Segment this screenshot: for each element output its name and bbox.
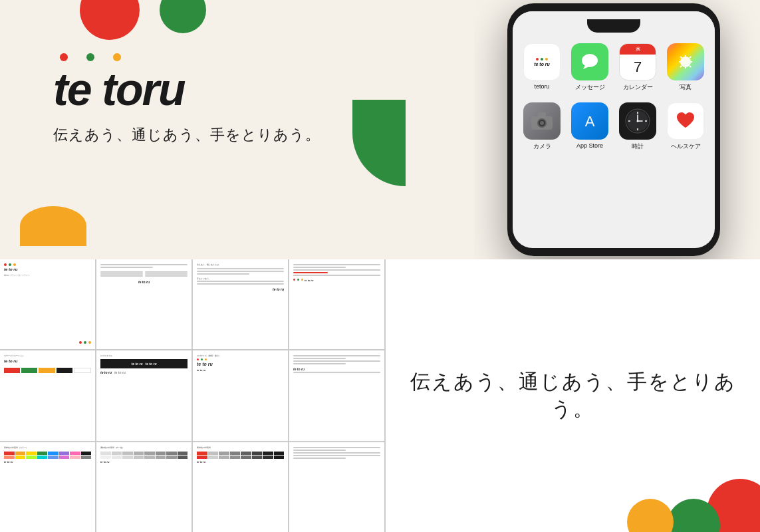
deco-circle-red-top <box>80 0 140 40</box>
logo-text: te toru <box>53 66 320 112</box>
app-calendar: 水 7 カレンダー <box>616 43 659 92</box>
doc-logo-1: te to ru <box>4 267 91 271</box>
app-photos-label: 写真 <box>680 83 692 92</box>
doc-cell-12-inner <box>289 442 384 532</box>
deco-green-curve <box>352 100 406 186</box>
doc-cell-11-inner: 素材色の対照表 <box>193 442 288 532</box>
bottom-section: te to ru tetoru ブランドガイドライン <box>0 259 760 532</box>
doc-dot-r <box>4 263 7 266</box>
logo-dots <box>60 53 320 61</box>
doc-cell-9-inner: 素材色の対照表（カラー） <box>0 442 95 532</box>
app-clock-label: 時計 <box>632 142 644 151</box>
doc-cell-10-inner: 素材色の対照表（白一色） <box>96 442 191 532</box>
app-calendar-icon: 水 7 <box>619 43 656 80</box>
right-tagline-area: 伝えあう、通じあう、手をとりあう。 <box>386 259 760 532</box>
swatch-row-1 <box>4 368 91 373</box>
phone-body: te to ru tetoru メッセージ <box>507 3 720 256</box>
svg-text:A: A <box>585 113 595 130</box>
top-section: te toru 伝えあう、通じあう、手をとりあう。 <box>0 0 760 259</box>
doc-cell-1: te to ru tetoru ブランドガイドライン <box>0 259 95 349</box>
color-grid-11 <box>197 452 284 459</box>
logo-ru: ru <box>142 64 185 114</box>
app-messages-icon <box>571 43 608 80</box>
app-calendar-label: カレンダー <box>623 83 653 92</box>
app-messages-label: メッセージ <box>575 83 605 92</box>
doc-cell-7-inner: ロゴサイズ（推奨・最小） te to ru te to ru <box>193 350 288 440</box>
logo-to: to <box>102 64 142 114</box>
app-appstore-icon: A <box>571 102 608 140</box>
phone-screen: te to ru tetoru メッセージ <box>513 11 715 248</box>
color-grid-10 <box>100 452 188 459</box>
doc-dots-1b <box>79 341 91 344</box>
tagline-top: 伝えあう、通じあう、手をとりあう。 <box>53 125 320 145</box>
app-photos-icon <box>667 43 704 80</box>
doc-cell-2: te to ru <box>96 259 191 349</box>
doc-cell-4-inner: te to ru <box>289 259 384 349</box>
app-messages: メッセージ <box>569 43 611 92</box>
bottom-tagline: 伝えあう、通じあう、手をとりあう。 <box>399 368 747 423</box>
svg-point-0 <box>582 54 598 67</box>
app-health-icon <box>667 102 704 140</box>
doc-cell-3-inner: 伝えあう、通じあうとは、 手をとりあう。 te to ru <box>193 259 288 349</box>
app-health: ヘルスケア <box>664 102 707 151</box>
doc-cell-5: カラーバリエーション te to ru <box>0 350 95 440</box>
app-tetoru-icon: te to ru <box>523 43 561 80</box>
calendar-num: 7 <box>620 55 656 80</box>
doc-cell-4: te to ru <box>289 259 384 349</box>
app-camera-label: カメラ <box>533 142 551 151</box>
doc-cell-5-inner: カラーバリエーション te to ru <box>0 350 95 440</box>
logo-area: te toru 伝えあう、通じあう、手をとりあう。 <box>53 53 320 145</box>
app-camera-icon <box>523 102 561 140</box>
color-grid-9 <box>4 452 91 459</box>
dot-green <box>86 53 94 61</box>
doc-cell-8: te to ru <box>289 350 384 440</box>
dot-yellow <box>113 53 121 61</box>
doc-cell-10: 素材色の対照表（白一色） <box>96 442 191 532</box>
tetoru-icon-text: te to ru <box>534 62 550 66</box>
logo-te: te <box>53 64 102 114</box>
calendar-top: 水 <box>620 44 656 55</box>
svg-point-18 <box>637 120 639 122</box>
deco-circle-green-top <box>160 0 206 33</box>
phone-container: te to ru tetoru メッセージ <box>474 0 760 259</box>
doc-cell-3: 伝えあう、通じあうとは、 手をとりあう。 te to ru <box>193 259 288 349</box>
doc-cell-9: 素材色の対照表（カラー） <box>0 442 95 532</box>
app-clock-icon <box>619 102 656 140</box>
deco-orange-shape <box>20 206 86 246</box>
doc-cell-1-inner: te to ru tetoru ブランドガイドライン <box>0 259 95 349</box>
app-grid-row2: カメラ A App Store <box>513 97 715 156</box>
app-appstore: A App Store <box>569 102 611 151</box>
svg-point-7 <box>540 121 544 125</box>
app-health-label: ヘルスケア <box>671 142 701 151</box>
app-tetoru-label: tetoru <box>534 83 549 90</box>
doc-dots-1 <box>4 263 91 266</box>
app-grid-row1: te to ru tetoru メッセージ <box>513 38 715 97</box>
svg-point-2 <box>680 57 691 67</box>
app-photos: 写真 <box>664 43 707 92</box>
app-appstore-label: App Store <box>576 142 603 149</box>
doc-cell-11: 素材色の対照表 <box>193 442 288 532</box>
doc-cell-12 <box>289 442 384 532</box>
doc-cell-6: ロゴスタイル te to ru te to ru te to ru te to … <box>96 350 191 440</box>
doc-cell-6-inner: ロゴスタイル te to ru te to ru te to ru te to … <box>96 350 191 440</box>
doc-cell-7: ロゴサイズ（推奨・最小） te to ru te to ru <box>193 350 288 440</box>
doc-dot-g <box>9 263 11 266</box>
dot-red <box>60 53 68 61</box>
deco-circle-yellow-bottom <box>627 499 674 532</box>
document-grid: te to ru tetoru ブランドガイドライン <box>0 259 386 532</box>
app-clock: 時計 <box>616 102 659 151</box>
svg-rect-4 <box>538 112 546 118</box>
doc-cell-2-inner: te to ru <box>96 259 191 349</box>
phone-notch <box>587 19 640 33</box>
doc-dot-y <box>13 263 16 266</box>
doc-cell-8-inner: te to ru <box>289 350 384 440</box>
app-camera: カメラ <box>521 102 563 151</box>
app-tetoru: te to ru tetoru <box>521 43 563 92</box>
